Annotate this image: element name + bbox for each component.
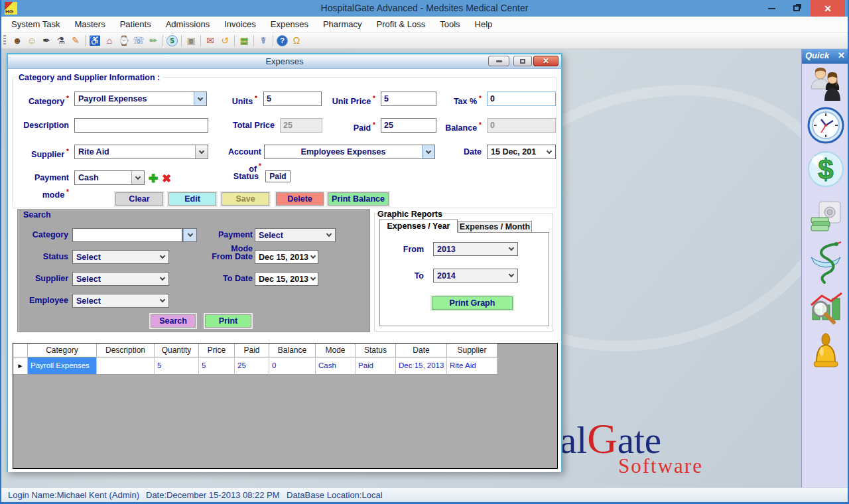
graph-to-combo[interactable]: 2014 <box>433 269 518 283</box>
print-button[interactable]: Print <box>205 314 251 328</box>
payment-mode-combo[interactable]: Cash <box>74 170 145 185</box>
patient-icon[interactable]: ☺ <box>25 34 39 48</box>
paid-input[interactable]: 25 <box>381 118 436 133</box>
account-of-combo[interactable]: Employees Expenses <box>264 145 435 159</box>
grid-column-header-price[interactable]: Price <box>199 344 235 357</box>
grid-selector-header[interactable] <box>13 344 28 357</box>
date-combo[interactable]: 15 Dec, 201 <box>487 145 556 159</box>
clock-icon[interactable]: ⌚ <box>117 34 131 48</box>
menu-item-pharmacy[interactable]: Pharmacy <box>316 17 369 32</box>
grid-cell-supplier[interactable]: Rite Aid <box>447 357 497 375</box>
search-category-input[interactable] <box>72 228 182 242</box>
chevron-down-icon[interactable] <box>183 229 196 241</box>
print-graph-button[interactable]: Print Graph <box>432 296 513 310</box>
menu-item-tools[interactable]: Tools <box>432 17 467 32</box>
grid-cell-quantity[interactable]: 5 <box>155 357 199 375</box>
quick-cashbox-icon[interactable] <box>810 200 842 232</box>
chevron-down-icon[interactable] <box>422 145 434 158</box>
signature-icon[interactable]: ✒ <box>39 34 54 48</box>
chevron-down-icon[interactable] <box>194 92 206 105</box>
save-button[interactable]: Save <box>222 192 269 206</box>
quick-pharmacy-icon[interactable] <box>809 240 843 284</box>
quick-alerts-bell-icon[interactable] <box>811 333 841 373</box>
chevron-down-icon[interactable] <box>156 294 168 307</box>
menu-item-patients[interactable]: Patients <box>113 17 159 32</box>
description-input[interactable] <box>74 118 208 133</box>
grid-cell-paid[interactable]: 25 <box>235 357 269 375</box>
menu-item-invoices[interactable]: Invoices <box>217 17 263 32</box>
grid-column-header-description[interactable]: Description <box>97 344 155 357</box>
tab-expenses-month[interactable]: Expenses / Month <box>458 221 532 233</box>
menu-item-profit-loss[interactable]: Profit & Loss <box>369 17 432 32</box>
chevron-down-icon[interactable] <box>156 273 168 285</box>
chevron-down-icon[interactable] <box>156 251 168 263</box>
tax-input[interactable]: 0 <box>487 92 556 106</box>
grid-cell-category[interactable]: Payroll Expenses <box>28 357 97 375</box>
fax-icon[interactable]: ☏ <box>131 34 146 48</box>
grid-cell-balance[interactable]: 0 <box>269 357 316 375</box>
chevron-down-icon[interactable] <box>131 171 144 184</box>
menu-item-expenses[interactable]: Expenses <box>263 17 316 32</box>
grid-cell-price[interactable]: 5 <box>199 357 235 375</box>
grid-cell-status[interactable]: Paid <box>356 357 396 375</box>
menu-item-system-task[interactable]: System Task <box>4 17 67 32</box>
grid-row-selector[interactable]: ► <box>13 357 28 375</box>
chevron-down-icon[interactable] <box>322 229 335 241</box>
search-status-combo[interactable]: Select <box>72 250 169 264</box>
minimize-button[interactable] <box>761 0 781 17</box>
quick-billing-dollar-icon[interactable]: $ <box>807 150 845 188</box>
search-category-dropdown[interactable] <box>182 228 197 242</box>
search-employee-combo[interactable]: Select <box>72 294 169 308</box>
doctors-icon[interactable]: ☤ <box>256 34 271 48</box>
grid-cell-description[interactable] <box>97 357 155 375</box>
quick-panel-close-icon[interactable]: ✕ <box>838 50 845 60</box>
billing-icon[interactable]: $ <box>166 35 178 46</box>
unit-price-input[interactable]: 5 <box>381 92 436 106</box>
edit-button[interactable]: Edit <box>168 192 216 206</box>
units-input[interactable]: 5 <box>263 92 322 106</box>
chevron-down-icon[interactable] <box>308 251 318 263</box>
delete-button[interactable]: Delete <box>276 192 324 206</box>
admissions-icon[interactable]: ⌂ <box>102 34 117 48</box>
grid-column-header-category[interactable]: Category <box>28 344 97 357</box>
print-balance-button[interactable]: Print Balance <box>328 192 389 206</box>
supplier-combo[interactable]: Rite Aid <box>74 145 208 159</box>
invoice-icon[interactable]: ✏ <box>146 34 161 48</box>
search-to-date-combo[interactable]: Dec 15, 2013 <box>255 272 318 286</box>
quick-clock-icon[interactable] <box>807 106 845 145</box>
patients-icon[interactable]: ☻ <box>10 34 25 48</box>
restore-button[interactable] <box>787 0 807 17</box>
quick-reports-analysis-icon[interactable] <box>809 290 843 325</box>
help-icon[interactable]: ? <box>277 35 288 46</box>
chevron-down-icon[interactable] <box>543 145 555 158</box>
quick-patients-icon[interactable] <box>808 66 844 101</box>
grid-column-header-supplier[interactable]: Supplier <box>447 344 497 357</box>
grid-column-header-paid[interactable]: Paid <box>235 344 269 357</box>
tab-expenses-year[interactable]: Expenses / Year <box>379 219 458 233</box>
grid-column-header-balance[interactable]: Balance <box>269 344 316 357</box>
close-button[interactable]: ✕ <box>811 0 845 17</box>
menu-item-admissions[interactable]: Admissions <box>159 17 217 32</box>
ambulance-icon[interactable]: ♿ <box>88 34 102 48</box>
grid-cell-mode[interactable]: Cash <box>316 357 356 375</box>
grid-column-header-date[interactable]: Date <box>396 344 447 357</box>
category-combo[interactable]: Payroll Expenses <box>74 92 207 106</box>
chevron-down-icon[interactable] <box>308 273 318 285</box>
grid-column-header-status[interactable]: Status <box>356 344 396 357</box>
graph-from-combo[interactable]: 2013 <box>433 242 518 256</box>
grid-column-header-mode[interactable]: Mode <box>316 344 356 357</box>
reports-icon[interactable]: ▦ <box>237 34 251 48</box>
chevron-down-icon[interactable] <box>505 269 517 282</box>
microscope-icon[interactable]: ⚗ <box>54 34 68 48</box>
search-payment-mode-combo[interactable]: Select <box>255 228 336 242</box>
add-payment-mode-icon[interactable]: ✚ <box>149 172 158 186</box>
inventory-icon[interactable]: ▣ <box>184 34 198 48</box>
undo-icon[interactable]: ↺ <box>218 34 232 48</box>
grid-column-header-quantity[interactable]: Quantity <box>155 344 199 357</box>
pen-icon[interactable]: ✎ <box>68 34 83 48</box>
purchase-icon[interactable]: ✉ <box>203 34 218 48</box>
alerts-icon[interactable]: Ω <box>289 34 304 48</box>
delete-payment-mode-icon[interactable]: ✖ <box>162 172 171 186</box>
clear-button[interactable]: Clear <box>115 192 163 206</box>
menu-item-help[interactable]: Help <box>468 17 500 32</box>
